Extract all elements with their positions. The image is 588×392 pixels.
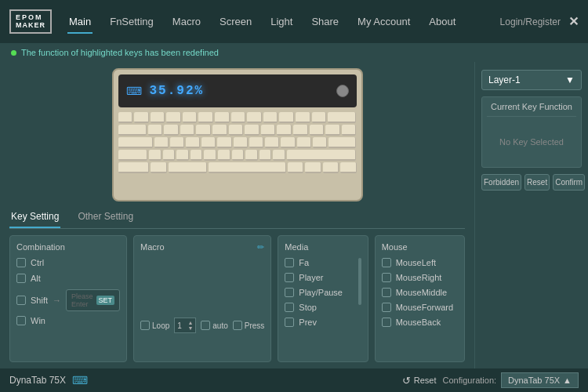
tab-light[interactable]: Light <box>269 13 294 31</box>
auto-checkbox[interactable] <box>201 321 210 330</box>
loop-stepper[interactable]: ▲ ▼ <box>187 320 193 331</box>
key[interactable] <box>340 162 356 173</box>
key[interactable] <box>212 125 227 136</box>
key[interactable] <box>118 150 147 161</box>
confirm-button[interactable]: Confirm <box>553 174 585 191</box>
key-input[interactable]: Please Enter SET <box>66 289 120 311</box>
key[interactable] <box>313 137 327 148</box>
key[interactable] <box>261 125 276 136</box>
key[interactable] <box>118 137 153 148</box>
player-checkbox[interactable] <box>285 273 294 282</box>
key[interactable] <box>263 112 278 123</box>
key[interactable] <box>297 137 311 148</box>
tab-share[interactable]: Share <box>310 13 340 31</box>
key[interactable] <box>148 125 163 136</box>
loop-number-input[interactable]: 1 ▲ ▼ <box>174 318 196 333</box>
key[interactable] <box>118 162 150 173</box>
shift-checkbox[interactable] <box>16 296 26 305</box>
key[interactable] <box>164 125 179 136</box>
key[interactable] <box>305 162 321 173</box>
alt-checkbox[interactable] <box>16 274 26 283</box>
reset-key-button[interactable]: Reset <box>524 174 550 191</box>
win-checkbox[interactable] <box>16 316 26 325</box>
layer-dropdown[interactable]: Layer-1 ▼ <box>481 70 582 90</box>
key[interactable] <box>234 137 248 148</box>
key[interactable] <box>176 150 189 161</box>
loop-checkbox[interactable] <box>140 321 150 330</box>
key[interactable] <box>204 150 216 161</box>
close-button[interactable]: ✕ <box>568 14 579 29</box>
key[interactable] <box>198 112 213 123</box>
key[interactable] <box>287 150 357 161</box>
key[interactable] <box>231 112 246 123</box>
tab-macro[interactable]: Macro <box>171 13 202 31</box>
key[interactable] <box>281 137 295 148</box>
key[interactable] <box>218 150 230 161</box>
sub-tab-key-setting[interactable]: Key Setting <box>9 208 60 228</box>
key[interactable] <box>229 125 244 136</box>
mouse-right-checkbox[interactable] <box>382 273 391 282</box>
mouse-forward-checkbox[interactable] <box>382 303 391 312</box>
key[interactable] <box>170 137 184 148</box>
key[interactable] <box>328 112 356 123</box>
key[interactable] <box>163 150 176 161</box>
key[interactable] <box>310 125 325 136</box>
key[interactable] <box>293 125 308 136</box>
key[interactable] <box>196 125 211 136</box>
config-dropdown[interactable]: DynaTab 75X ▲ <box>501 372 579 388</box>
tab-main[interactable]: Main <box>67 13 93 31</box>
key[interactable] <box>180 125 195 136</box>
key[interactable] <box>342 125 357 136</box>
key[interactable] <box>166 112 181 123</box>
key[interactable] <box>277 125 292 136</box>
key[interactable] <box>312 112 327 123</box>
stop-checkbox[interactable] <box>285 303 294 312</box>
mouse-middle-checkbox[interactable] <box>382 288 391 297</box>
key[interactable] <box>149 150 162 161</box>
key[interactable] <box>154 137 169 148</box>
key[interactable] <box>245 150 258 161</box>
mouse-back-checkbox[interactable] <box>382 318 391 327</box>
key[interactable] <box>186 137 200 148</box>
tab-about[interactable]: About <box>427 13 457 31</box>
key[interactable] <box>191 150 203 161</box>
ctrl-checkbox[interactable] <box>16 258 26 267</box>
key[interactable] <box>260 150 272 161</box>
sub-tab-other-setting[interactable]: Other Setting <box>76 208 135 228</box>
key[interactable] <box>169 162 208 173</box>
stepper-down[interactable]: ▼ <box>187 325 193 331</box>
key[interactable] <box>279 112 294 123</box>
key[interactable] <box>325 125 340 136</box>
key[interactable] <box>217 137 231 148</box>
fa-checkbox[interactable] <box>285 258 294 267</box>
playpause-checkbox[interactable] <box>285 288 294 297</box>
key[interactable] <box>151 112 165 123</box>
tab-fnsetting[interactable]: FnSetting <box>108 13 155 31</box>
forbidden-button[interactable]: Forbidden <box>481 174 521 191</box>
key[interactable] <box>249 137 263 148</box>
key[interactable] <box>232 150 245 161</box>
key[interactable] <box>215 112 230 123</box>
prev-checkbox[interactable] <box>285 318 294 327</box>
media-scrollbar[interactable] <box>358 258 361 305</box>
key[interactable] <box>245 125 260 136</box>
key[interactable] <box>118 112 133 123</box>
key[interactable] <box>296 112 310 123</box>
login-button[interactable]: Login/Register <box>500 16 561 27</box>
key[interactable] <box>134 112 149 123</box>
key[interactable] <box>201 137 216 148</box>
tab-myaccount[interactable]: My Account <box>356 13 412 31</box>
reset-button[interactable]: ↺ Reset <box>402 375 437 387</box>
key[interactable] <box>265 137 279 148</box>
key[interactable] <box>273 150 285 161</box>
key[interactable] <box>328 137 356 148</box>
key[interactable] <box>288 162 303 173</box>
press-checkbox[interactable] <box>233 321 242 330</box>
key[interactable] <box>151 162 166 173</box>
mouse-left-checkbox[interactable] <box>382 258 391 267</box>
stepper-up[interactable]: ▲ <box>187 320 193 325</box>
tab-screen[interactable]: Screen <box>218 13 253 31</box>
macro-edit-button[interactable]: ✏ <box>257 242 264 252</box>
key[interactable] <box>183 112 198 123</box>
key[interactable] <box>247 112 262 123</box>
